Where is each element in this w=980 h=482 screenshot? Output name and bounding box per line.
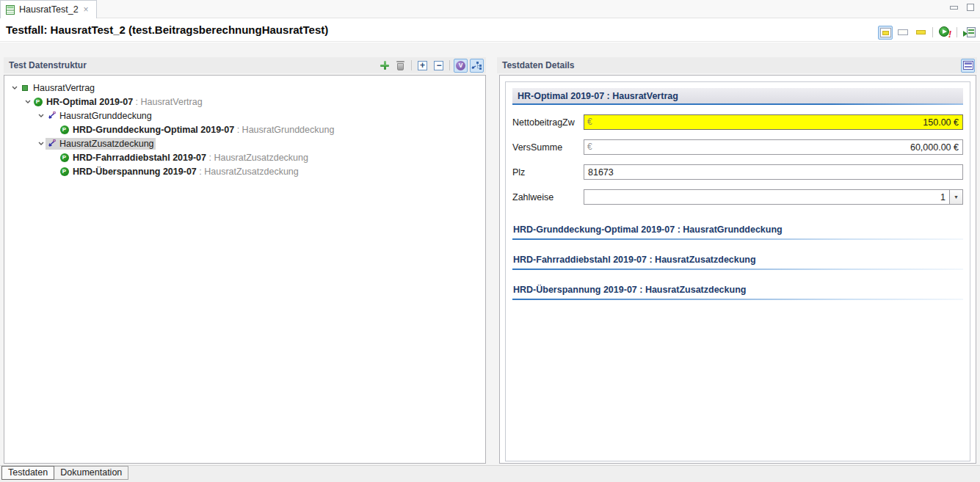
right-panel-title: Testdaten Details	[502, 60, 574, 70]
tree-row-hrd-ueberspannung[interactable]: P HRD-Überspannung 2019-07 : HausratZusa…	[4, 164, 485, 178]
expand-all-icon	[418, 61, 427, 70]
title-bar: Testfall: HausratTest_2 (test.Beitragsbe…	[0, 19, 980, 42]
run-test-icon: !	[939, 26, 951, 38]
tree-node-label: HRD-Überspannung 2019-07 : HausratZusatz…	[73, 167, 299, 177]
toolbar-separator	[957, 27, 957, 37]
page-title: Testfall: HausratTest_2 (test.Beitragsbe…	[6, 23, 328, 36]
nettobeitragzw-input[interactable]	[584, 114, 963, 130]
right-panel-header: Testdaten Details	[497, 57, 977, 73]
chevron-down-icon[interactable]	[10, 86, 19, 90]
field-bar-button[interactable]	[913, 26, 928, 40]
window-controls	[950, 4, 974, 11]
tree-row-hausratzusatzdeckung[interactable]: P HausratZusatzdeckung	[4, 136, 485, 150]
section-underline	[512, 269, 963, 270]
title-toolbar: !	[878, 25, 976, 40]
delete-button[interactable]	[393, 59, 407, 73]
chevron-down-icon[interactable]	[37, 114, 46, 117]
field-label: NettobeitragZw	[512, 117, 584, 128]
application-window: HausratTest_2 × Testfall: HausratTest_2 …	[0, 0, 980, 482]
tree-row-hausratgrunddeckung[interactable]: P HausratGrunddeckung	[4, 109, 485, 123]
section-header-hr-optimal: HR-Optimal 2019-07 : HausratVertrag	[512, 88, 963, 103]
section-underline	[512, 299, 963, 300]
tree-node-label: HausratGrunddeckung	[59, 111, 152, 121]
zahlweise-input[interactable]	[584, 189, 950, 205]
close-icon[interactable]: ×	[83, 5, 90, 14]
add-icon	[380, 61, 389, 70]
tree-node-label: HR-Optimal 2019-07 : HausratVertrag	[46, 97, 203, 107]
section-underline	[512, 238, 963, 240]
test-case-table-icon	[6, 5, 15, 15]
add-button[interactable]	[377, 59, 391, 73]
tree-node-label: HRD-Fahrraddiebstahl 2019-07 : HausratZu…	[73, 153, 308, 163]
toolbar-separator	[449, 60, 450, 70]
field-row-verssumme: VersSumme €	[512, 139, 963, 155]
tree-row-hrd-fahrraddiebstahl[interactable]: P HRD-Fahrraddiebstahl 2019-07 : Hausrat…	[4, 150, 485, 164]
green-square-icon	[19, 85, 30, 91]
chevron-down-icon[interactable]	[23, 100, 32, 103]
collapse-all-icon	[434, 61, 443, 70]
svg-text:P: P	[53, 139, 56, 144]
tree-row-hrd-grunddeckung-optimal[interactable]: P HRD-Grunddeckung-Optimal 2019-07 : Hau…	[4, 123, 485, 136]
svg-text:P: P	[53, 111, 56, 116]
left-panel-title: Test Datenstruktur	[9, 60, 87, 70]
editor-tab-label: HausratTest_2	[19, 4, 79, 15]
tab-testdaten[interactable]: Testdaten	[1, 466, 54, 480]
tree-row-hausratvertrag[interactable]: HausratVertrag	[4, 81, 485, 95]
tree-node-label: HRD-Grunddeckung-Optimal 2019-07 : Hausr…	[73, 125, 334, 135]
green-p-circle-icon: P	[59, 153, 70, 162]
section-header-hrd-fahrraddiebstahl: HRD-Fahrraddiebstahl 2019-07 : HausratZu…	[512, 255, 963, 270]
tree-row-hr-optimal[interactable]: P HR-Optimal 2019-07 : HausratVertrag	[4, 95, 485, 109]
chevron-down-icon: ▼	[954, 194, 959, 200]
form-empty-button[interactable]	[896, 26, 910, 40]
tree-selection-highlight: P HausratZusatzdeckung	[46, 138, 156, 150]
editor-tab-hausrattest2[interactable]: HausratTest_2 ×	[0, 0, 97, 18]
field-label: Plz	[512, 167, 584, 178]
verssumme-input[interactable]	[584, 139, 963, 155]
expand-all-button[interactable]	[415, 59, 429, 73]
v-toggle-button[interactable]: V	[454, 59, 468, 73]
field-bar-icon	[916, 30, 926, 34]
bottom-tab-bar: Testdaten Dokumentation	[0, 465, 980, 482]
test-data-tree: HausratVertrag P HR-Optimal 2019-07 : Ha…	[4, 75, 486, 464]
editor-tab-bar: HausratTest_2 ×	[0, 0, 980, 18]
field-label: Zahlweise	[512, 192, 584, 202]
test-data-structure-panel: Test Datenstruktur V	[4, 57, 486, 464]
left-panel-header: Test Datenstruktur V	[4, 57, 486, 73]
green-p-circle-icon: P	[59, 125, 70, 134]
section-underline	[512, 103, 963, 105]
right-panel-toolbar	[961, 58, 975, 73]
form-with-fields-icon	[880, 28, 891, 37]
tree-reference-toggle-button[interactable]	[470, 59, 484, 73]
field-row-plz: Plz	[512, 164, 963, 180]
field-row-zahlweise: Zahlweise ▼	[512, 189, 963, 205]
chevron-down-icon[interactable]	[37, 142, 46, 145]
run-list-icon	[963, 27, 976, 38]
toolbar-separator	[932, 27, 933, 37]
section-header-hrd-grunddeckung-optimal: HRD-Grunddeckung-Optimal 2019-07 : Hausr…	[512, 224, 963, 240]
green-p-circle-icon: P	[32, 98, 43, 106]
zahlweise-dropdown-button[interactable]: ▼	[950, 189, 963, 205]
maximize-icon[interactable]	[967, 4, 974, 11]
delete-icon	[396, 61, 404, 70]
details-form-icon	[963, 61, 973, 70]
tree-node-label: HausratZusatzdeckung	[59, 139, 154, 149]
form-empty-icon	[898, 29, 908, 35]
main-area: Test Datenstruktur V	[0, 43, 980, 465]
minimize-icon[interactable]	[950, 6, 958, 10]
tab-dokumentation[interactable]: Dokumentation	[54, 466, 128, 480]
tree-node-label: HausratVertrag	[33, 83, 95, 93]
section-header-hrd-ueberspannung: HRD-Überspannung 2019-07 : HausratZusatz…	[512, 285, 963, 300]
run-list-button[interactable]	[962, 26, 976, 40]
reference-arrow-p-icon: P	[46, 111, 57, 120]
form-with-fields-button[interactable]	[878, 26, 893, 40]
toolbar-separator	[411, 60, 412, 70]
left-panel-toolbar: V	[377, 58, 484, 73]
details-form: HR-Optimal 2019-07 : HausratVertrag Nett…	[505, 81, 970, 461]
testdata-details-panel: Testdaten Details HR-Optimal 2019-07 : H…	[497, 57, 977, 464]
plz-input[interactable]	[584, 164, 963, 180]
run-test-button[interactable]: !	[937, 26, 952, 40]
details-outer-container: HR-Optimal 2019-07 : HausratVertrag Nett…	[499, 75, 976, 464]
collapse-all-button[interactable]	[432, 59, 446, 73]
v-badge-icon: V	[456, 61, 465, 70]
details-form-toggle-button[interactable]	[961, 59, 975, 73]
